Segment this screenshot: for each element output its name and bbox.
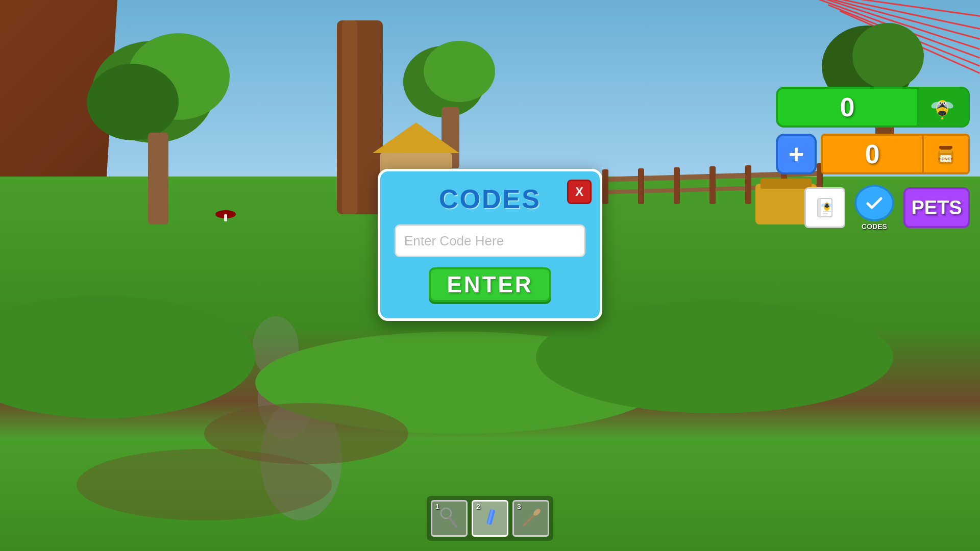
svg-rect-1 [342,20,357,214]
codes-modal-title: CODES [439,184,541,214]
svg-rect-27 [745,165,751,204]
codes-circle [854,185,894,221]
svg-point-7 [424,41,495,102]
field-guide-button[interactable] [804,187,845,228]
svg-rect-13 [224,214,227,221]
codes-button[interactable]: CODES [851,185,897,231]
codes-button-label: CODES [862,222,887,231]
bee-count-value: 0 [778,92,917,122]
svg-rect-26 [709,166,716,204]
svg-point-48 [940,103,941,104]
hotbar-slot-2[interactable]: 2 [472,500,508,537]
svg-point-49 [944,103,945,104]
slot-number-2: 2 [476,503,480,511]
svg-line-68 [449,517,456,527]
svg-rect-59 [818,198,821,217]
close-icon: X [575,185,583,199]
honey-counter: + 0 HONEY [776,134,970,174]
svg-point-35 [0,296,255,418]
enter-button-label: ENTER [447,272,533,297]
svg-rect-25 [674,167,680,204]
svg-rect-24 [638,168,644,204]
codes-modal: X CODES ENTER [378,169,602,321]
bee-icon [917,87,968,128]
hotbar: 1 2 3 [427,496,553,541]
add-honey-button[interactable]: + [776,134,817,174]
pets-button[interactable]: PETS [903,187,970,228]
hud: 0 + 0 [776,87,970,231]
svg-rect-53 [940,150,952,153]
hud-buttons: CODES PETS [776,185,970,231]
pets-button-label: PETS [911,197,962,219]
code-input-field[interactable] [395,224,585,257]
honey-icon: HONEY [924,134,970,174]
svg-rect-23 [602,169,608,204]
honey-count-value: 0 [821,134,924,174]
hotbar-slot-1[interactable]: 1 [431,500,468,537]
enter-code-button[interactable]: ENTER [429,267,551,302]
slot-number-3: 3 [517,503,521,511]
svg-point-43 [938,111,946,116]
hotbar-slot-3[interactable]: 3 [512,500,549,537]
svg-point-4 [87,64,179,140]
svg-rect-5 [148,133,168,224]
svg-point-10 [852,23,924,89]
svg-text:HONEY: HONEY [939,157,953,161]
bee-counter: 0 [776,87,970,128]
svg-marker-50 [941,116,944,119]
slot-number-1: 1 [435,503,439,511]
svg-point-66 [863,192,886,214]
modal-close-button[interactable]: X [567,180,592,204]
svg-point-39 [77,449,332,520]
svg-rect-57 [939,146,952,149]
